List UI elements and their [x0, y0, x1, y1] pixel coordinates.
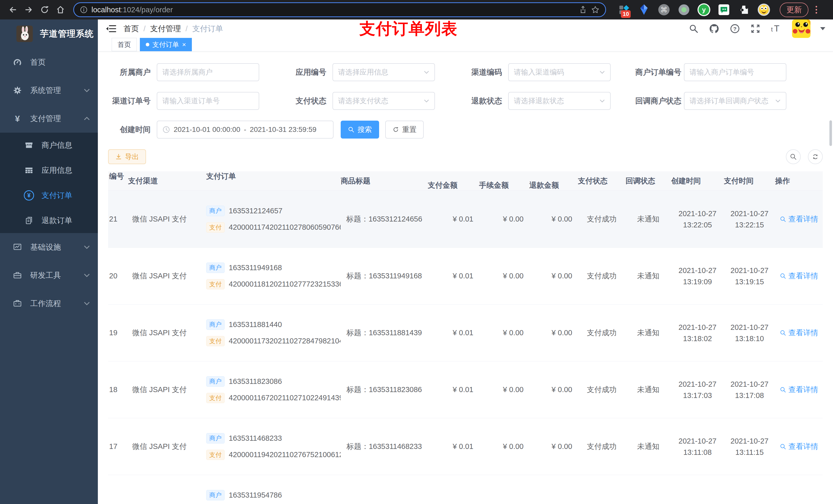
- merchant-select[interactable]: [157, 63, 259, 81]
- chat-extension-icon[interactable]: [717, 3, 731, 16]
- cell-pay-status: 支付成功: [578, 191, 625, 247]
- sidebar-item-home[interactable]: 首页: [0, 48, 98, 76]
- channel-code-select[interactable]: 请输入渠道编码: [508, 63, 611, 81]
- page-title: 支付订单列表: [359, 18, 458, 40]
- sidebar-item-refund-order[interactable]: 退款订单: [0, 208, 98, 233]
- github-icon[interactable]: [709, 23, 720, 34]
- channel-pay-no: 4200001173202110272847982104: [229, 337, 341, 345]
- emoji-extension-icon[interactable]: [757, 3, 770, 16]
- cell-product-title: 标题：1635311881439: [341, 305, 428, 361]
- channel-order-label: 渠道订单号: [108, 96, 157, 106]
- view-detail-link[interactable]: 查看详情: [780, 271, 818, 281]
- cell-create-time: 2021-10-2713:17:03: [671, 361, 724, 418]
- browser-reload-button[interactable]: [38, 3, 51, 16]
- sidebar-fold-icon[interactable]: [105, 24, 116, 33]
- refresh-table-button[interactable]: [808, 149, 823, 164]
- view-detail-link[interactable]: 查看详情: [780, 441, 818, 452]
- header-search-icon[interactable]: [689, 24, 699, 34]
- share-icon[interactable]: [579, 5, 587, 14]
- cell-pay-order: 商户1635311949168支付42000011812021102777232…: [191, 248, 341, 304]
- sidebar-item-app-info[interactable]: 应用信息: [0, 158, 98, 183]
- search-button[interactable]: 搜索: [341, 121, 379, 139]
- cell-refund-amount: ¥ 0.00: [529, 418, 578, 475]
- grey-green-dot-extension-icon[interactable]: [677, 3, 691, 16]
- refund-status-select[interactable]: 请选择退款状态: [508, 92, 611, 110]
- chevron-down-icon: [84, 302, 90, 306]
- cell-pay-order: 商户1635311954786支付: [191, 475, 341, 504]
- cell-row-action: 查看详情: [775, 361, 823, 418]
- breadcrumb-pay-manage[interactable]: 支付管理: [150, 24, 181, 34]
- tab-home[interactable]: 首页: [112, 38, 137, 51]
- export-button[interactable]: 导出: [108, 149, 146, 164]
- pay-tag: 支付: [206, 393, 224, 403]
- merchant-order-input[interactable]: [690, 68, 781, 76]
- cell-pay-time: 2021-10-2713:11:15: [724, 418, 775, 475]
- bookmark-star-icon[interactable]: [591, 5, 600, 14]
- merchant-label: 所属商户: [108, 67, 157, 78]
- puzzle-extensions-icon[interactable]: [737, 3, 751, 16]
- cell-fee-amount: ¥ 0.00: [479, 361, 529, 418]
- view-detail-link[interactable]: 查看详情: [780, 385, 818, 395]
- sidebar-item-workflow[interactable]: 工作流程: [0, 289, 98, 317]
- chevron-down-icon: [599, 99, 605, 103]
- sidebar-item-dev-tools[interactable]: 研发工具: [0, 261, 98, 289]
- font-size-icon[interactable]: tT: [770, 23, 782, 34]
- table-row: 21微信 JSAPI 支付商户1635312124657支付4200001174…: [108, 191, 823, 248]
- date-separator: -: [244, 125, 246, 134]
- breadcrumb-home[interactable]: 首页: [123, 24, 139, 34]
- site-info-icon[interactable]: [80, 6, 88, 14]
- channel-order-input[interactable]: [162, 97, 254, 105]
- browser-forward-button[interactable]: [22, 3, 35, 16]
- help-icon[interactable]: ?: [730, 23, 740, 34]
- sidebar-item-infrastructure[interactable]: 基础设施: [0, 233, 98, 261]
- pay-tag: 支付: [206, 450, 224, 460]
- pay-status-label: 支付状态: [284, 96, 332, 106]
- cell-pay-time: 2021-10-2713:19:15: [724, 248, 775, 304]
- avatar-caret-icon[interactable]: [820, 27, 825, 30]
- sidebar-item-pay-order[interactable]: ¥ 支付订单: [0, 183, 98, 208]
- col-header-product-title: 商品标题: [341, 171, 428, 191]
- cell-pay-amount: ¥ 0.01: [428, 361, 479, 418]
- sidebar-item-merchant-info[interactable]: 商户信息: [0, 133, 98, 158]
- view-detail-link[interactable]: 查看详情: [780, 214, 818, 224]
- cell-pay-order: 商户1635312124657支付42000011742021102780605…: [191, 191, 341, 247]
- refresh-icon: [812, 153, 819, 160]
- app-select[interactable]: 请选择应用信息: [332, 63, 435, 81]
- cell-order-id: 19: [108, 305, 128, 361]
- sidebar-item-payment[interactable]: ¥ 支付管理: [0, 104, 98, 133]
- create-time-range-picker[interactable]: 2021-10-01 00:00:00 - 2021-10-31 23:59:5…: [157, 121, 334, 139]
- sidebar-item-system[interactable]: 系统管理: [0, 76, 98, 104]
- browser-update-button[interactable]: 更新: [780, 3, 808, 17]
- fullscreen-icon[interactable]: [750, 23, 761, 34]
- channel-order-input-wrap[interactable]: [157, 92, 259, 110]
- table-row: 商户1635311954786支付: [108, 475, 823, 504]
- tab-pay-order[interactable]: 支付订单 ×: [140, 38, 192, 51]
- browser-home-button[interactable]: [54, 3, 67, 16]
- browser-menu-icon[interactable]: [815, 6, 817, 14]
- browser-back-button[interactable]: [6, 3, 20, 16]
- cell-row-action: 查看详情: [775, 418, 823, 475]
- reset-button[interactable]: 重置: [385, 121, 424, 139]
- page-scrollbar-thumb[interactable]: [829, 120, 832, 146]
- kite-extension-icon[interactable]: [637, 3, 651, 16]
- cell-refund-amount: ¥ 0.00: [529, 305, 578, 361]
- view-detail-link[interactable]: 查看详情: [780, 328, 818, 338]
- merchant-input[interactable]: [162, 68, 254, 76]
- cell-pay-order: 商户1635311881440支付42000011732021102728479…: [191, 305, 341, 361]
- y-green-extension-icon[interactable]: y: [697, 3, 711, 16]
- url-text: localhost:1024/pay/order: [91, 6, 173, 14]
- cell-pay-time: 2021-10-2713:18:10: [724, 305, 775, 361]
- cell-product-title: 标题：1635312124656: [341, 191, 428, 247]
- pay-status-select[interactable]: 请选择支付状态: [332, 92, 435, 110]
- user-avatar[interactable]: [792, 20, 810, 38]
- address-bar[interactable]: localhost:1024/pay/order: [73, 2, 606, 17]
- tab-close-icon[interactable]: ×: [182, 41, 186, 48]
- merchant-order-input-wrap[interactable]: [684, 63, 786, 81]
- col-header-pay-order: 支付订单: [191, 171, 341, 191]
- command-extension-icon[interactable]: ⌘: [657, 3, 671, 16]
- cell-create-time: 2021-10-2713:22:05: [671, 191, 724, 247]
- toggle-search-button[interactable]: [786, 149, 801, 164]
- notify-status-select[interactable]: 请选择订单回调商户状态: [684, 92, 786, 110]
- tampermonkey-extension-icon[interactable]: 10: [617, 3, 630, 16]
- chevron-down-icon: [599, 70, 605, 74]
